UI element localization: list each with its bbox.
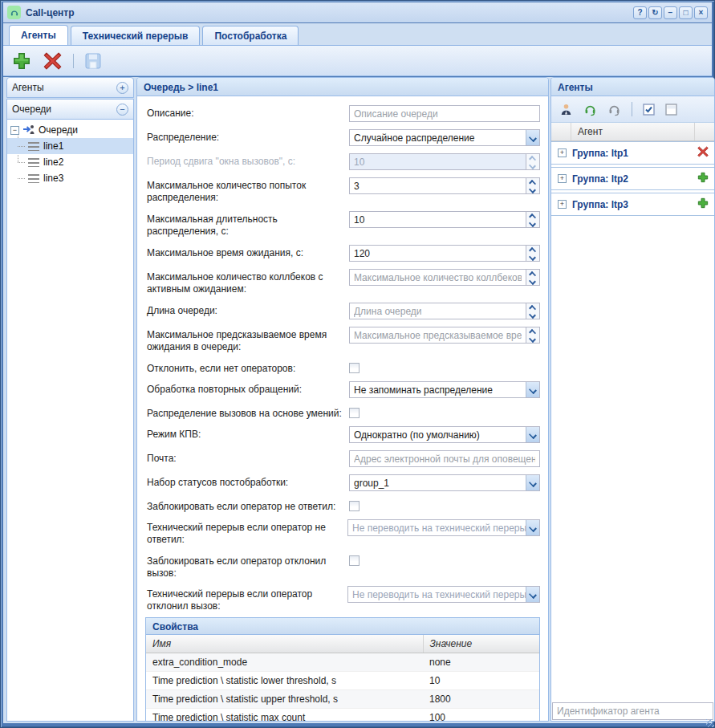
- block-declined-checkbox[interactable]: [349, 555, 360, 566]
- chevron-down-icon[interactable]: [526, 130, 539, 145]
- reject-no-operators-checkbox[interactable]: [349, 363, 360, 373]
- tree-node-line3[interactable]: line3: [7, 170, 133, 186]
- collapse-node-icon[interactable]: −: [10, 126, 19, 135]
- help-button[interactable]: ?: [633, 6, 647, 19]
- queue-length-spinner[interactable]: [349, 303, 540, 319]
- content-area: Агенты + Очереди − − Очереди l: [3, 77, 712, 723]
- spinner-buttons[interactable]: [526, 303, 539, 319]
- properties-header: Свойства: [146, 618, 539, 635]
- spin-down-icon[interactable]: [526, 220, 539, 228]
- spinner-buttons[interactable]: [526, 178, 539, 193]
- add-button[interactable]: [11, 51, 32, 71]
- headset-inactive-icon[interactable]: [607, 103, 621, 116]
- expand-group-icon[interactable]: +: [558, 174, 567, 183]
- spin-down-icon[interactable]: [526, 311, 539, 319]
- group-row-ltp2[interactable]: + Группа: ltp2: [551, 167, 714, 190]
- skills-distribution-checkbox[interactable]: [349, 408, 360, 418]
- tree-node-queues-root[interactable]: − Очереди: [7, 122, 133, 138]
- chevron-down-icon[interactable]: [526, 427, 539, 442]
- close-button[interactable]: ×: [694, 6, 708, 19]
- table-row[interactable]: Time prediction \ statistic lower thresh…: [146, 672, 539, 690]
- status-set-label: Набор статусов постобработки:: [147, 474, 349, 491]
- spin-up-icon[interactable]: [526, 178, 539, 186]
- refresh-button[interactable]: ↻: [648, 6, 662, 19]
- main-toolbar: [3, 46, 712, 76]
- collapse-icon[interactable]: −: [116, 104, 128, 116]
- toolbar-separator: [73, 54, 74, 68]
- spin-up-icon[interactable]: [526, 303, 539, 311]
- maximize-button[interactable]: □: [679, 6, 693, 19]
- tree-node-line2[interactable]: line2: [7, 154, 133, 170]
- agent-id-input[interactable]: [552, 702, 713, 720]
- group-row-ltp1[interactable]: + Группа: ltp1: [551, 141, 714, 165]
- agents-panel: Агенты: [550, 77, 715, 722]
- chevron-down-icon: [526, 587, 539, 602]
- remove-group-icon[interactable]: [697, 145, 709, 161]
- tab-postprocessing[interactable]: Постобработка: [202, 26, 299, 45]
- spinner-buttons[interactable]: [526, 246, 539, 261]
- spinner-buttons[interactable]: [526, 327, 539, 343]
- description-input[interactable]: [349, 105, 540, 122]
- distribution-select[interactable]: Случайное распределение: [349, 129, 540, 146]
- tab-tech-break[interactable]: Технический перерыв: [71, 26, 201, 45]
- spinner-buttons[interactable]: [526, 212, 539, 227]
- spin-up-icon[interactable]: [526, 270, 539, 278]
- add-group-icon[interactable]: [697, 171, 709, 187]
- chevron-down-icon[interactable]: [526, 475, 539, 490]
- kpv-mode-label: Режим КПВ:: [147, 426, 349, 443]
- agent-column-header[interactable]: Агент: [571, 126, 694, 137]
- spinner-buttons[interactable]: [526, 270, 539, 285]
- delete-button[interactable]: [42, 51, 63, 71]
- max-callbacks-spinner[interactable]: [349, 269, 540, 286]
- spin-down-icon[interactable]: [526, 278, 539, 286]
- expand-icon[interactable]: +: [116, 82, 128, 94]
- group-row-ltp3[interactable]: + Группа: ltp3: [551, 193, 714, 216]
- description-label: Описание:: [147, 105, 349, 122]
- spin-up-icon[interactable]: [526, 212, 539, 220]
- select-all-checkbox-icon[interactable]: [643, 104, 655, 116]
- mail-input[interactable]: [349, 450, 540, 467]
- table-row[interactable]: extra_condition_mode none: [146, 653, 539, 672]
- spin-down-icon[interactable]: [526, 186, 539, 194]
- spin-down-icon[interactable]: [526, 254, 539, 262]
- chevron-down-icon[interactable]: [526, 382, 539, 397]
- max-wait-spinner[interactable]: [349, 245, 540, 262]
- max-predicted-spinner[interactable]: [349, 327, 540, 344]
- agent-person-icon[interactable]: [559, 103, 573, 116]
- headset-active-icon[interactable]: [583, 103, 597, 116]
- tree-node-line1[interactable]: line1: [7, 138, 133, 154]
- sidebar-agents-title: Агенты: [12, 82, 44, 93]
- spin-up-icon[interactable]: [526, 327, 539, 336]
- tab-bar: Агенты Технический перерыв Постобработка: [3, 23, 712, 46]
- break-no-answer-select: Не переводить на технический переры: [347, 519, 540, 536]
- properties-col-name[interactable]: Имя: [146, 635, 423, 653]
- save-button[interactable]: [83, 51, 103, 71]
- spin-down-icon[interactable]: [526, 336, 539, 344]
- kpv-mode-select[interactable]: Однократно (по умолчанию): [349, 426, 540, 443]
- add-group-icon[interactable]: [697, 197, 709, 213]
- repeat-handling-select[interactable]: Не запоминать распределение: [349, 381, 540, 398]
- spin-up-icon[interactable]: [526, 246, 539, 254]
- queue-form: Описание: Распределение: Случайное распр…: [137, 96, 548, 722]
- table-row[interactable]: Time prediction \ statistic max count 10…: [146, 709, 539, 722]
- sidebar-panel-agents-header[interactable]: Агенты +: [6, 77, 134, 98]
- tree-item-label: line1: [43, 140, 63, 152]
- tree-root-label: Очереди: [39, 124, 78, 136]
- tree-children: line1 line2 line3: [7, 138, 133, 186]
- block-declined-label: Заблокировать если оператор отклонил выз…: [147, 553, 349, 580]
- max-duration-spinner[interactable]: [349, 211, 540, 228]
- block-no-answer-checkbox[interactable]: [349, 501, 360, 511]
- minimize-button[interactable]: −: [664, 6, 677, 19]
- table-row[interactable]: Time prediction \ statistic upper thresh…: [146, 690, 539, 709]
- expand-group-icon[interactable]: +: [558, 148, 567, 157]
- spinner-buttons: [526, 154, 539, 169]
- sidebar-panel-queues-header[interactable]: Очереди −: [6, 99, 134, 120]
- resize-handle[interactable]: [706, 719, 714, 727]
- tab-agents[interactable]: Агенты: [9, 25, 68, 45]
- properties-col-value[interactable]: Значение: [423, 635, 539, 653]
- repeat-handling-label: Обработка повторных обращений:: [147, 381, 349, 398]
- status-set-select[interactable]: group_1: [349, 474, 540, 491]
- deselect-all-checkbox-icon[interactable]: [665, 104, 677, 116]
- expand-group-icon[interactable]: +: [558, 200, 567, 209]
- max-attempts-spinner[interactable]: [349, 177, 540, 194]
